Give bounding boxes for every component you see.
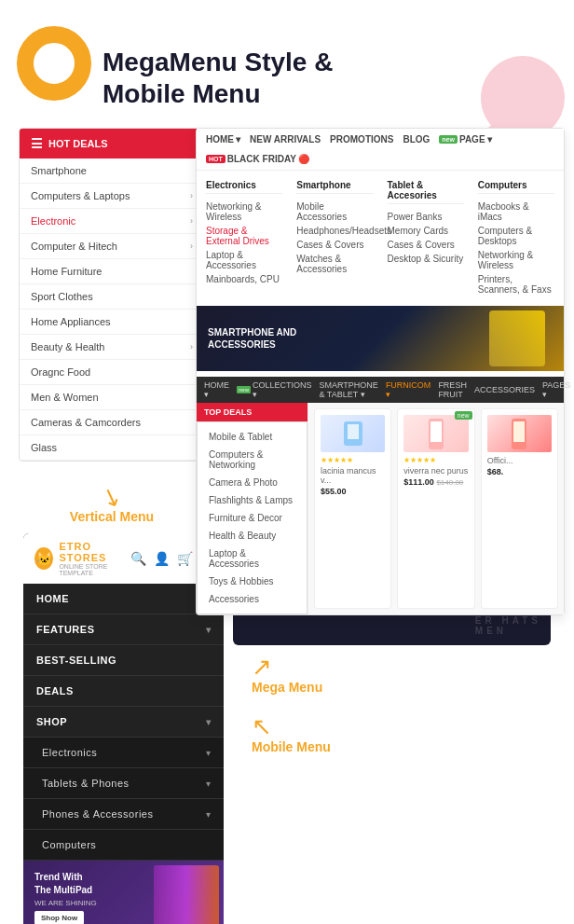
mobile-logo-sub: ONLINE STORE TEMPLATE	[59, 563, 130, 576]
mega-col-electronics: Electronics Networking & Wireless Storag…	[206, 180, 282, 297]
mega-col-item[interactable]: Cases & Covers	[296, 238, 373, 252]
mobile-nav-shop[interactable]: SHOP ▾	[23, 707, 224, 738]
page-title: MegaMenu Style & Mobile Menu	[0, 0, 574, 128]
product-card-3[interactable]: Offici... $68.	[481, 408, 558, 609]
arrow-icon-mobile: ↖	[252, 714, 331, 738]
mobile-menu-panel: 🐱 ETRO STORES ONLINE STORE TEMPLATE 🔍 👤 …	[23, 533, 224, 924]
mega-nav-promotions[interactable]: PROMOTIONS	[330, 134, 393, 145]
sub-dropdown: Mobile & Tablet Computers & Networking C…	[197, 421, 308, 614]
mega-col-item-highlight[interactable]: Storage & External Drives	[206, 224, 282, 248]
vm-item-home-furniture[interactable]: Home Furniture	[20, 259, 204, 284]
mega-col-title-smartphone: Smartphone	[296, 180, 373, 194]
mega-nav2-fresh-fruit[interactable]: FRESH FRUIT	[438, 380, 467, 399]
mega-col-item[interactable]: Printers, Scanners, & Faxs	[478, 272, 554, 297]
svg-rect-5	[513, 421, 525, 442]
product-name-3: Offici...	[487, 456, 552, 465]
mobile-nav-features[interactable]: FEATURES ▾	[23, 614, 224, 645]
right-labels: ↗ Mega Menu ↖ Mobile Menu	[233, 655, 551, 755]
product-stars-1: ★★★★★	[321, 456, 385, 464]
sub-item-furniture[interactable]: Furniture & Decor	[198, 509, 307, 527]
chevron-right-icon: ›	[190, 216, 193, 226]
arrow-icon-mega-right: ↗	[252, 655, 322, 679]
chevron-down-icon: ▾	[206, 625, 212, 635]
mega-col-title-electronics: Electronics	[206, 180, 282, 194]
mega-nav-page[interactable]: new PAGE ▾	[439, 134, 491, 145]
mega-col-item[interactable]: Networking & Wireless	[206, 200, 282, 224]
product-price-1: $55.00	[321, 487, 385, 496]
vm-item-organic[interactable]: Oragnc Food	[20, 360, 204, 385]
mega-nav-black-friday[interactable]: HOT BLACK FRIDAY 🔴	[206, 154, 309, 164]
mobile-nav-computers[interactable]: Computers	[23, 830, 224, 861]
vm-item-glass[interactable]: Glass	[20, 435, 204, 461]
mega-nav2-furnicom[interactable]: FURNICOM ▾	[386, 380, 431, 399]
mega-col-item[interactable]: Watches & Accessories	[296, 252, 373, 276]
mega-nav2-smartphone[interactable]: SMARTPHONE & TABLET ▾	[320, 380, 378, 399]
mobile-banner-cta[interactable]: Shop Now	[34, 911, 84, 924]
vertical-menu-label-area: ↙ Vertical Menu	[19, 485, 205, 524]
mobile-nav-electronics[interactable]: Electronics ▾	[23, 738, 224, 768]
mega-nav2-pages[interactable]: PAGES ▾	[542, 380, 570, 399]
vm-item-electronic[interactable]: Electronic ›	[20, 209, 204, 234]
mega-col-item[interactable]: Laptop & Accessories	[206, 248, 282, 272]
mega-nav2-accessories[interactable]: ACCESSORIES	[474, 385, 535, 394]
vm-item-sport[interactable]: Sport Clothes	[20, 284, 204, 310]
vertical-menu-header: ☰ HOT DEALS	[20, 129, 204, 159]
mega-nav2-collections[interactable]: new COLLECTIONS ▾	[237, 380, 312, 399]
sub-item-mobile-tablet[interactable]: Mobile & Tablet	[198, 428, 307, 446]
mobile-nav-best-selling[interactable]: BEST-SELLING	[23, 645, 224, 676]
mega-nav-home[interactable]: HOME ▾	[206, 134, 240, 145]
chevron-down-icon: ▾	[206, 717, 212, 727]
mega-col-item[interactable]: Networking & Wireless	[478, 248, 554, 272]
product-card-2[interactable]: new ★★★★★ viverra nec purus $111.00 $140…	[397, 408, 474, 609]
vm-item-computer-hitech[interactable]: Computer & Hitech ›	[20, 234, 204, 259]
mega-nav2-bar: HOME ▾ new COLLECTIONS ▾ SMARTPHONE & TA…	[197, 377, 564, 403]
mega-col-item[interactable]: Headphones/Headsets	[296, 224, 373, 238]
vm-item-men-women[interactable]: Men & Women	[20, 385, 204, 410]
mega-col-item[interactable]: Macbooks & iMacs	[478, 200, 554, 224]
mega-nav-blog[interactable]: BLOG	[403, 134, 430, 145]
user-icon[interactable]: 👤	[154, 551, 170, 566]
mega-col-item[interactable]: Mobile Accessories	[296, 200, 373, 224]
mega-nav-new-arrivals[interactable]: NEW ARRIVALS	[250, 134, 321, 145]
mega-col-item[interactable]: Desktop & Sicurity	[388, 252, 464, 266]
sub-item-flashlights[interactable]: Flashlights & Lamps	[198, 491, 307, 509]
vm-item-cameras[interactable]: Cameras & Camcorders	[20, 410, 204, 435]
mega-menu-columns: Electronics Networking & Wireless Storag…	[197, 171, 564, 306]
mega-nav2-home[interactable]: HOME ▾	[204, 380, 229, 399]
mega-col-item[interactable]: Power Banks	[388, 210, 464, 224]
mega-col-title-computers: Computers	[478, 180, 554, 194]
mobile-nav-deals[interactable]: DEALS	[23, 676, 224, 707]
sub-item-computers[interactable]: Computers & Networking	[198, 446, 307, 474]
mega-hero-text: SMARTPHONE ANDACCESSORIES	[208, 326, 296, 351]
cart-icon[interactable]: 🛒	[177, 551, 193, 566]
search-icon[interactable]: 🔍	[130, 551, 146, 566]
vm-item-appliances[interactable]: Home Appliances	[20, 310, 204, 335]
sub-item-health[interactable]: Health & Beauty	[198, 527, 307, 545]
chevron-right-icon: ›	[190, 241, 193, 251]
vm-item-beauty[interactable]: Beauty & Health ›	[20, 335, 204, 360]
mega-col-item[interactable]: Computers & Desktops	[478, 224, 554, 248]
chevron-right-icon: ›	[190, 342, 193, 352]
mobile-nav-home[interactable]: HOME ▾	[23, 584, 224, 614]
vm-item-computers[interactable]: Computers & Laptops ›	[20, 184, 204, 209]
sub-item-laptop[interactable]: Laptop & Accessories	[198, 545, 307, 572]
vm-item-smartphone[interactable]: Smartphone	[20, 159, 204, 184]
mobile-top-bar: 🐱 ETRO STORES ONLINE STORE TEMPLATE 🔍 👤 …	[23, 533, 224, 584]
mega-hero-banner: SMARTPHONE ANDACCESSORIES	[197, 306, 564, 371]
mobile-banner: Trend WithThe MultiPad WE ARE SHINING Sh…	[23, 861, 224, 924]
product-image-2	[403, 415, 468, 452]
sub-item-accessories[interactable]: Accessories	[198, 590, 307, 608]
sub-item-toys[interactable]: Toys & Hobbies	[198, 572, 307, 590]
product-price-3: $68.	[487, 467, 552, 476]
mega-col-item[interactable]: Memory Cards	[388, 224, 464, 238]
chevron-right-icon: ›	[190, 191, 193, 200]
mobile-nav-tablets-phones[interactable]: Tablets & Phones ▾	[23, 768, 224, 799]
product-card-1[interactable]: ★★★★★ lacinia mancus v... $55.00	[314, 408, 391, 609]
hot-badge: HOT	[206, 155, 226, 163]
mobile-logo-icon: 🐱	[34, 547, 53, 570]
product-price-2: $111.00	[403, 477, 434, 487]
mobile-nav-phones-accessories[interactable]: Phones & Accessories ▾	[23, 799, 224, 830]
mega-col-item[interactable]: Mainboards, CPU	[206, 272, 282, 286]
sub-item-camera[interactable]: Camera & Photo	[198, 474, 307, 491]
mega-col-item[interactable]: Cases & Covers	[388, 238, 464, 252]
